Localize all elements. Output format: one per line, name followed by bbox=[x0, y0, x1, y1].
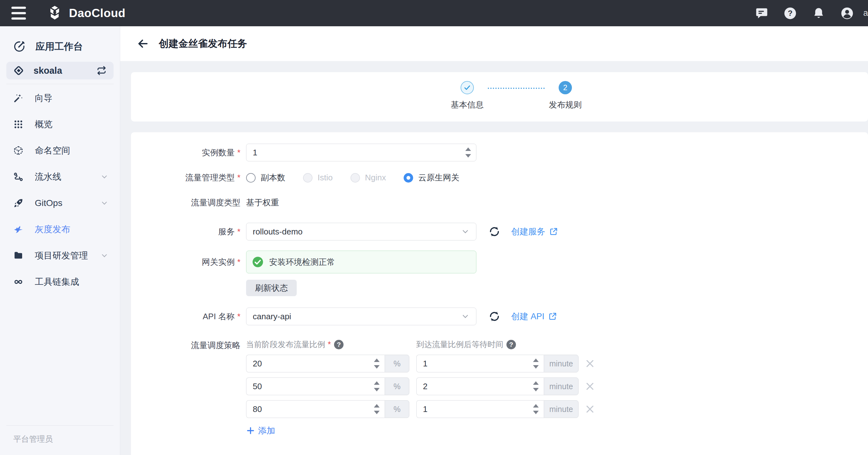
percent-unit: % bbox=[385, 355, 409, 372]
switch-project-icon[interactable] bbox=[96, 65, 106, 75]
feedback-icon[interactable] bbox=[755, 7, 768, 20]
remove-row-icon[interactable] bbox=[585, 381, 595, 391]
radio-nginx: Nginx bbox=[350, 173, 386, 183]
sidebar-footer: 平台管理员 bbox=[0, 421, 120, 455]
project-switcher[interactable]: skoala bbox=[6, 62, 114, 80]
rocket-icon bbox=[13, 198, 23, 208]
percent-column-header: 当前阶段发布流量比例 * ? bbox=[246, 339, 416, 350]
percent-input[interactable] bbox=[246, 401, 385, 418]
number-spinner[interactable] bbox=[533, 381, 539, 391]
percent-input[interactable] bbox=[246, 355, 385, 372]
wand-icon bbox=[13, 93, 23, 103]
refresh-icon[interactable] bbox=[488, 225, 500, 238]
form-row-api: API 名称* canary-api 创建 API bbox=[131, 308, 868, 325]
field-label: 流量调度类型 bbox=[131, 197, 240, 208]
number-spinner[interactable] bbox=[465, 147, 471, 158]
sidebar: 应用工作台 skoala 向导 bbox=[0, 26, 120, 455]
chevron-down-icon bbox=[100, 199, 108, 207]
topbar: DaoCloud ? a bbox=[0, 0, 868, 26]
number-spinner[interactable] bbox=[533, 404, 539, 414]
remove-row-icon[interactable] bbox=[585, 359, 595, 369]
wait-input[interactable] bbox=[416, 378, 544, 395]
form-row-sched-type: 流量调度类型 基于权重 bbox=[131, 197, 868, 208]
sidebar-item-pipeline[interactable]: 流水线 bbox=[0, 163, 120, 190]
remove-row-icon[interactable] bbox=[585, 404, 595, 414]
sidebar-item-overview[interactable]: 概览 bbox=[0, 111, 120, 137]
back-arrow-icon[interactable] bbox=[137, 37, 149, 50]
help-circle-icon[interactable]: ? bbox=[506, 340, 516, 349]
sidebar-item-gitops[interactable]: GitOps bbox=[0, 190, 120, 216]
wait-input[interactable] bbox=[416, 355, 544, 372]
form-row-instance-count: 实例数量* bbox=[131, 144, 868, 161]
notifications-icon[interactable] bbox=[812, 7, 825, 20]
create-api-link[interactable]: 创建 API bbox=[511, 311, 557, 322]
sidebar-item-wizard[interactable]: 向导 bbox=[0, 85, 120, 111]
percent-group: % bbox=[246, 377, 409, 395]
percent-input[interactable] bbox=[246, 378, 385, 395]
step-release-rules[interactable]: 2 发布规则 bbox=[545, 81, 586, 111]
service-select-value: rollouts-demo bbox=[253, 227, 303, 237]
api-select-value: canary-api bbox=[253, 312, 291, 322]
step-done-circle bbox=[461, 81, 474, 94]
add-stage-link[interactable]: 添加 bbox=[246, 425, 275, 436]
folder-icon bbox=[13, 251, 23, 261]
brand-name: DaoCloud bbox=[69, 7, 126, 20]
radio-circle bbox=[246, 173, 256, 183]
brand-logo[interactable]: DaoCloud bbox=[46, 5, 126, 22]
project-name: skoala bbox=[34, 65, 62, 76]
strategy-row: % minute bbox=[246, 355, 595, 372]
number-spinner[interactable] bbox=[374, 359, 380, 369]
instance-count-input-wrap bbox=[246, 144, 476, 161]
wait-group: minute bbox=[416, 355, 579, 372]
avatar-icon[interactable] bbox=[840, 7, 854, 20]
wait-unit: minute bbox=[544, 377, 579, 395]
sidebar-item-workbench[interactable]: 应用工作台 bbox=[0, 35, 120, 58]
percent-group: % bbox=[246, 400, 409, 418]
service-select[interactable]: rollouts-demo bbox=[246, 223, 476, 240]
step-basic-info[interactable]: 基本信息 bbox=[447, 81, 488, 111]
number-spinner[interactable] bbox=[374, 404, 380, 414]
required-mark: * bbox=[237, 148, 240, 157]
required-mark: * bbox=[237, 173, 240, 182]
radio-cloud-native-gateway[interactable]: 云原生网关 bbox=[404, 172, 459, 183]
field-label: 流量管理类型* bbox=[131, 172, 240, 183]
plus-icon bbox=[246, 426, 255, 435]
number-spinner[interactable] bbox=[374, 381, 380, 391]
field-label: 服务* bbox=[131, 226, 240, 237]
gateway-status-text: 安装环境检测正常 bbox=[269, 256, 335, 268]
sidebar-divider bbox=[6, 84, 114, 84]
radio-replicas[interactable]: 副本数 bbox=[246, 172, 285, 183]
required-mark: * bbox=[237, 227, 240, 236]
gateway-status-box: 安装环境检测正常 bbox=[246, 251, 476, 273]
help-circle-icon[interactable]: ? bbox=[334, 340, 344, 349]
sidebar-item-toolchain[interactable]: 工具链集成 bbox=[0, 269, 120, 295]
field-label: API 名称* bbox=[131, 311, 240, 322]
wait-input[interactable] bbox=[416, 401, 544, 418]
menu-icon[interactable] bbox=[11, 7, 26, 20]
workbench-icon bbox=[13, 40, 25, 53]
wait-unit: minute bbox=[544, 355, 579, 372]
help-icon[interactable]: ? bbox=[783, 7, 797, 20]
sched-type-value: 基于权重 bbox=[246, 197, 279, 208]
sidebar-item-project-management[interactable]: 项目研发管理 bbox=[0, 242, 120, 269]
form-card: 实例数量* 流量管理类型* 副本数 Istio bbox=[131, 132, 868, 455]
page-header: 创建金丝雀发布任务 bbox=[120, 26, 868, 61]
required-mark: * bbox=[237, 257, 240, 267]
page-title: 创建金丝雀发布任务 bbox=[159, 37, 247, 50]
radio-circle bbox=[350, 173, 360, 183]
strategy-row: % minute bbox=[246, 400, 595, 418]
chevron-down-icon bbox=[461, 312, 470, 321]
radio-circle bbox=[404, 173, 413, 183]
create-service-link[interactable]: 创建服务 bbox=[511, 226, 558, 237]
sidebar-item-canary-release[interactable]: 灰度发布 bbox=[0, 216, 120, 242]
required-mark: * bbox=[237, 312, 240, 321]
step-label: 基本信息 bbox=[451, 99, 484, 111]
refresh-icon[interactable] bbox=[488, 310, 500, 323]
api-select[interactable]: canary-api bbox=[246, 308, 476, 325]
sidebar-item-namespace[interactable]: 命名空间 bbox=[0, 137, 120, 163]
number-spinner[interactable] bbox=[533, 359, 539, 369]
instance-count-input[interactable] bbox=[246, 144, 476, 161]
percent-group: % bbox=[246, 355, 409, 372]
wait-unit: minute bbox=[544, 400, 579, 418]
refresh-status-button[interactable]: 刷新状态 bbox=[246, 280, 297, 296]
